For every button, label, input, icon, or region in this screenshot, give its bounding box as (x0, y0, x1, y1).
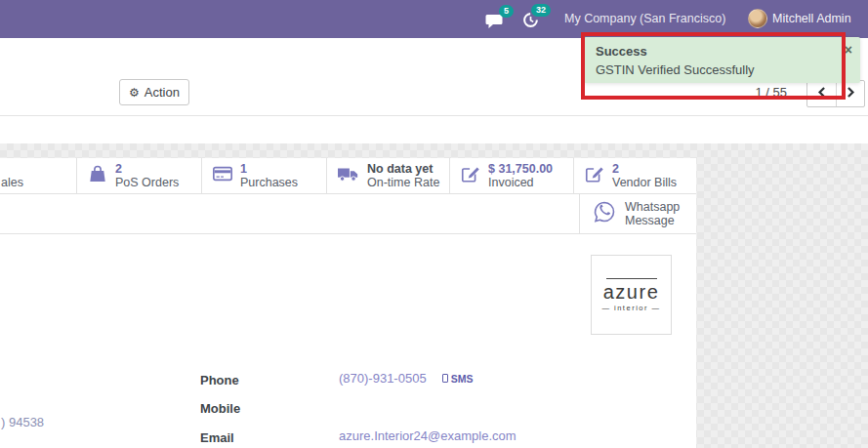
mobile-phone-icon (442, 374, 448, 383)
logo-rule (606, 278, 657, 279)
mobile-field-row: Mobile (200, 399, 339, 415)
partner-logo-image[interactable]: azure — interior — (591, 255, 672, 335)
logo-brand-text: azure (603, 282, 660, 303)
sms-link[interactable]: SMS (442, 373, 474, 385)
on-time-rate-label: On-time Rate (367, 176, 439, 189)
user-menu[interactable]: Mitchell Admin (772, 12, 851, 25)
smart-buttons-row-2: Whatsapp Message (0, 194, 696, 234)
whatsapp-message-button[interactable]: Whatsapp Message (579, 194, 696, 233)
email-field-row: Email azure.Interior24@example.com (200, 428, 339, 444)
company-menu[interactable]: My Company (San Francisco) (564, 12, 725, 25)
toast-title: Success (596, 44, 848, 59)
invoiced-value: $ 31,750.00 (488, 162, 553, 176)
chevron-right-icon (846, 85, 856, 102)
phone-field-row: Phone (870)-931-0505SMS (200, 371, 339, 387)
on-time-rate-smart-button[interactable]: No data yet On-time Rate (327, 158, 450, 193)
pager-previous-button[interactable] (807, 81, 836, 106)
sms-link-label: SMS (451, 373, 474, 385)
user-avatar[interactable] (748, 9, 767, 28)
gear-icon: ⚙ (129, 86, 140, 100)
phone-field-label: Phone (200, 373, 339, 387)
pos-orders-label: PoS Orders (115, 176, 179, 189)
action-button-label: Action (145, 85, 180, 100)
messages-badge: 5 (499, 5, 514, 18)
sales-smart-button[interactable]: ales (0, 158, 77, 193)
chevron-left-icon (816, 85, 827, 102)
email-field-label: Email (200, 430, 339, 445)
form-sheet: ales 2 PoS Orders (0, 158, 696, 448)
truck-icon (337, 163, 360, 188)
whatsapp-icon (593, 200, 616, 227)
sales-label: ales (1, 176, 23, 189)
whatsapp-label-line1: Whatsapp (625, 200, 680, 214)
shopping-bag-icon (87, 163, 108, 188)
vendor-bills-value: 2 (612, 162, 677, 176)
email-field-value[interactable]: azure.Interior24@example.com (339, 428, 517, 443)
whatsapp-label-line2: Message (625, 214, 680, 227)
on-time-rate-value: No data yet (367, 162, 439, 176)
smart-buttons-row: ales 2 PoS Orders (0, 158, 696, 194)
invoiced-smart-button[interactable]: $ 31,750.00 Invoiced (450, 158, 574, 193)
action-button[interactable]: ⚙ Action (119, 79, 189, 105)
phone-field-value[interactable]: (870)-931-0505 (339, 371, 427, 386)
pager (806, 80, 865, 107)
address-zip-fragment: ) 94538 (1, 415, 44, 429)
pencil-square-icon (584, 163, 605, 188)
close-icon[interactable]: × (845, 42, 852, 58)
activities-badge: 32 (531, 4, 551, 17)
mobile-field-label: Mobile (200, 401, 339, 416)
purchases-smart-button[interactable]: 1 Purchases (202, 158, 327, 193)
partner-form-body: azure — interior — ) 94538 Phone (870)-9… (0, 234, 696, 448)
toast-message: GSTIN Verified Successfully (596, 62, 848, 77)
vendor-bills-label: Vendor Bills (612, 176, 677, 189)
pager-next-button[interactable] (836, 81, 864, 106)
invoiced-label: Invoiced (488, 176, 553, 189)
purchases-value: 1 (240, 162, 298, 176)
success-toast: Success GSTIN Verified Successfully × (584, 37, 860, 83)
pencil-square-icon (460, 163, 481, 188)
page-background: ales 2 PoS Orders (0, 143, 868, 448)
vendor-bills-smart-button[interactable]: 2 Vendor Bills (574, 158, 696, 193)
pos-orders-value: 2 (115, 162, 179, 176)
pos-orders-smart-button[interactable]: 2 PoS Orders (77, 158, 202, 193)
pager-counter: 1 / 55 (740, 85, 787, 100)
purchases-label: Purchases (240, 176, 298, 189)
top-navbar: 5 32 My Company (San Francisco) Mitchell… (0, 0, 868, 38)
logo-sub-text: — interior — (601, 304, 660, 312)
credit-card-icon (212, 163, 233, 188)
